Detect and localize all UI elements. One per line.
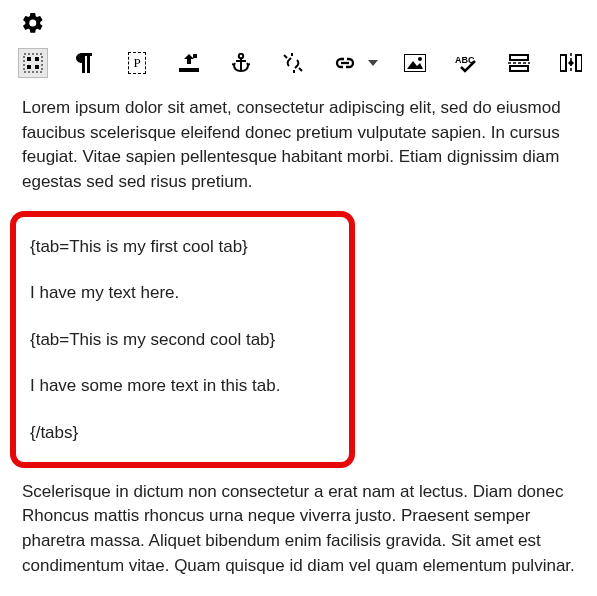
- link-dropdown-icon[interactable]: [368, 60, 378, 66]
- svg-rect-22: [560, 55, 566, 71]
- tab-text-1: I have my text here.: [30, 281, 335, 306]
- svg-rect-15: [404, 54, 426, 72]
- editor-content[interactable]: Lorem ipsum dolor sit amet, consectetur …: [0, 86, 597, 578]
- insert-column-button[interactable]: [556, 48, 586, 78]
- spellcheck-icon: ABC: [455, 53, 479, 73]
- editor-toolbar: P ABC: [0, 38, 597, 86]
- svg-marker-25: [568, 60, 571, 66]
- svg-line-10: [284, 55, 287, 58]
- tab-syntax-highlight: {tab=This is my first cool tab} I have m…: [10, 211, 355, 468]
- cut-row-button[interactable]: [504, 48, 534, 78]
- unlink-icon: [282, 53, 304, 73]
- paragraph-1: Lorem ipsum dolor sit amet, consectetur …: [22, 96, 575, 195]
- upload-button[interactable]: [174, 48, 204, 78]
- svg-rect-5: [179, 68, 199, 72]
- svg-rect-3: [27, 65, 31, 69]
- svg-rect-23: [576, 55, 582, 71]
- svg-rect-2: [35, 57, 39, 61]
- paragraph-2: Scelerisque in dictum non consectetur a …: [22, 480, 575, 579]
- upload-icon: [179, 54, 199, 72]
- svg-rect-6: [193, 54, 197, 58]
- svg-line-11: [299, 68, 302, 71]
- svg-marker-26: [571, 60, 574, 66]
- select-block-icon: [23, 53, 43, 73]
- link-icon: [334, 54, 356, 72]
- insert-column-icon: [560, 53, 582, 73]
- paragraph-style-button[interactable]: P: [122, 48, 152, 78]
- anchor-icon: [232, 53, 250, 73]
- svg-marker-16: [407, 61, 423, 69]
- svg-rect-1: [27, 57, 31, 61]
- settings-button[interactable]: [18, 8, 48, 38]
- p-letter-icon: P: [128, 52, 146, 74]
- svg-rect-4: [35, 65, 39, 69]
- tab-close: {/tabs}: [30, 421, 335, 446]
- svg-rect-20: [510, 66, 528, 71]
- image-button[interactable]: [400, 48, 430, 78]
- cut-row-icon: [508, 53, 530, 73]
- link-button[interactable]: [330, 48, 360, 78]
- select-block-button[interactable]: [18, 48, 48, 78]
- image-icon: [404, 54, 426, 72]
- anchor-button[interactable]: [226, 48, 256, 78]
- tab-open-2: {tab=This is my second cool tab}: [30, 328, 335, 353]
- unlink-button[interactable]: [278, 48, 308, 78]
- gear-icon: [21, 11, 45, 35]
- svg-rect-19: [510, 55, 528, 60]
- spellcheck-button[interactable]: ABC: [452, 48, 482, 78]
- paragraph-mark-button[interactable]: [70, 48, 100, 78]
- pilcrow-icon: [76, 53, 94, 73]
- svg-rect-0: [24, 54, 42, 72]
- svg-point-7: [239, 54, 243, 58]
- svg-point-17: [418, 57, 422, 61]
- tab-text-2: I have some more text in this tab.: [30, 374, 335, 399]
- tab-open-1: {tab=This is my first cool tab}: [30, 235, 335, 260]
